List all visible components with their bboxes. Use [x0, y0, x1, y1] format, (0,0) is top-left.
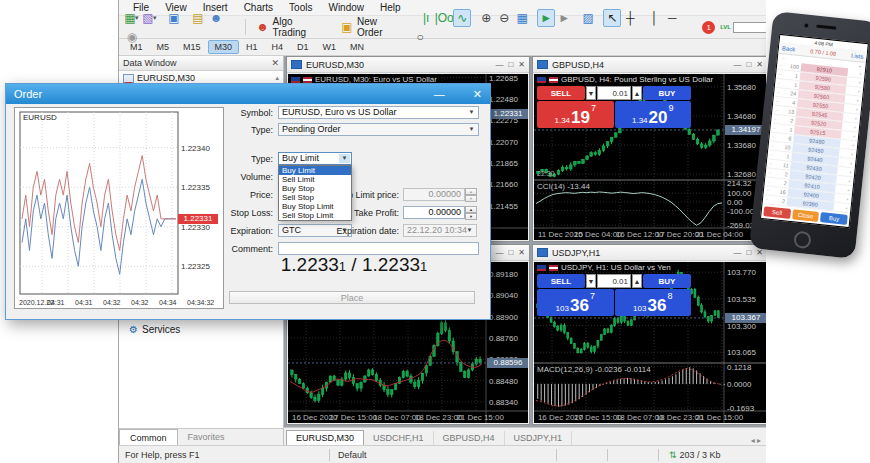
plus-icon[interactable]: + — [849, 141, 858, 150]
close-icon[interactable]: ✕ — [518, 60, 525, 69]
chevron-down-icon[interactable]: ▼ — [339, 154, 350, 163]
algo-trading-button[interactable]: ☻ Algo Trading — [250, 14, 334, 40]
menu-charts[interactable]: Charts — [236, 2, 281, 13]
close-icon[interactable]: ✕ — [756, 248, 763, 257]
minimize-icon[interactable]: — — [733, 60, 741, 69]
templates-icon[interactable]: ▨ — [579, 9, 597, 27]
phone-lists-button[interactable]: Lists — [851, 52, 864, 59]
option-buy-stop[interactable]: Buy Stop — [279, 184, 351, 193]
plus-icon[interactable]: + — [848, 150, 857, 159]
timeframe-w1[interactable]: W1 — [316, 40, 344, 54]
option-sell-stop-limit[interactable]: Sell Stop Limit — [279, 211, 351, 220]
order-kind-select[interactable]: Pending Order ▼ — [278, 123, 479, 136]
plus-icon[interactable]: + — [851, 123, 860, 132]
status-profile[interactable]: Default — [330, 450, 556, 460]
timeframe-h1[interactable]: H1 — [239, 40, 265, 54]
plus-icon[interactable]: + — [842, 203, 851, 212]
menu-help[interactable]: Help — [372, 2, 409, 13]
close-icon[interactable]: ✕ — [473, 84, 482, 104]
maximize-icon[interactable]: □ — [746, 60, 751, 69]
volume-field[interactable]: 0.01 — [597, 86, 631, 100]
expiration-date-select[interactable]: 22.12.20 10:34 ▼ — [403, 224, 477, 237]
timeframe-m15[interactable]: M15 — [176, 40, 208, 54]
minimize-icon[interactable]: — — [434, 84, 445, 104]
bar-chart-icon[interactable]: |ı — [417, 9, 435, 27]
close-icon[interactable]: ✕ — [271, 58, 279, 68]
auto-scroll-icon[interactable]: ► — [537, 9, 555, 27]
chart-canvas[interactable]: CCI(14) -13.44214.32100.000.00-100.00-26… — [534, 74, 766, 240]
chevron-down-icon[interactable]: ▼ — [466, 125, 477, 134]
sell-button[interactable]: SELL — [537, 86, 585, 100]
plus-icon[interactable]: + — [853, 96, 862, 105]
navigator-item-services[interactable]: ⚙ Services — [129, 324, 180, 335]
chart-shift-icon[interactable]: ► — [555, 9, 573, 27]
maximize-icon[interactable]: □ — [508, 248, 513, 257]
plus-icon[interactable]: + — [844, 186, 853, 195]
sell-price-box[interactable]: 1.34197 — [537, 101, 614, 128]
maximize-icon[interactable]: □ — [508, 60, 513, 69]
plus-icon[interactable]: + — [847, 159, 856, 168]
search-icon[interactable]: ○ — [411, 28, 429, 46]
volume-field[interactable]: 0.01 — [597, 274, 631, 288]
close-icon[interactable]: ✕ — [756, 60, 763, 69]
phone-home-button[interactable] — [793, 231, 812, 250]
tile-windows-icon[interactable]: ▦ — [513, 9, 531, 27]
chart-tab-gbpusd-h4[interactable]: GBPUSD,H4 — [434, 431, 505, 445]
place-order-button[interactable]: Place — [229, 291, 475, 304]
new-order-button[interactable]: ▣ New Order — [334, 14, 410, 40]
minimize-icon[interactable]: — — [733, 248, 741, 257]
timeframe-h4[interactable]: H4 — [265, 40, 291, 54]
volume-down-icon[interactable]: ▼ — [586, 86, 596, 100]
timeframe-m30[interactable]: M30 — [208, 40, 240, 54]
minimize-icon[interactable]: — — [495, 248, 503, 257]
symbol-select[interactable]: EURUSD, Euro vs US Dollar ▼ — [278, 106, 479, 119]
menu-window[interactable]: Window — [320, 2, 372, 13]
horizontal-line-icon[interactable]: ─ — [663, 9, 681, 27]
order-type-select[interactable]: Buy Limit ▼ — [278, 152, 352, 165]
chart-window-titlebar[interactable]: EURUSD,M30—□✕ — [287, 57, 529, 73]
line-chart-icon[interactable]: ∿ — [453, 9, 471, 27]
chart-tab-usdjpy-h1[interactable]: USDJPY,H1 — [505, 431, 572, 445]
timeframe-m1[interactable]: M1 — [123, 40, 150, 54]
option-buy-limit[interactable]: Buy Limit — [279, 166, 351, 175]
sell-price-box[interactable]: 103367 — [537, 289, 614, 316]
zoom-out-icon[interactable]: ⊖ — [495, 9, 513, 27]
toolbox-icon[interactable]: ☻ — [207, 9, 225, 27]
phone-buy-button[interactable]: Buy — [820, 212, 848, 225]
minimize-icon[interactable]: — — [495, 60, 503, 69]
volume-up-icon[interactable]: ▲ — [632, 274, 642, 288]
plus-icon[interactable]: + — [853, 105, 862, 114]
plus-icon[interactable]: + — [843, 194, 852, 203]
notification-badge[interactable]: 1 — [702, 21, 715, 34]
chart-tab-eurusd-m30[interactable]: EURUSD,M30 — [286, 430, 364, 445]
chevron-up-icon[interactable]: ▴ — [275, 74, 279, 82]
option-sell-stop[interactable]: Sell Stop — [279, 193, 351, 202]
tab-scroll-arrows[interactable]: ◂ ▸ — [751, 436, 767, 445]
plus-icon[interactable]: + — [850, 132, 859, 141]
sell-button[interactable]: SELL — [537, 274, 585, 288]
order-dialog-titlebar[interactable]: Order — ✕ — [6, 84, 490, 104]
timeframe-d1[interactable]: D1 — [290, 40, 316, 54]
option-buy-stop-limit[interactable]: Buy Stop Limit — [279, 202, 351, 211]
volume-up-icon[interactable]: ▲ — [632, 86, 642, 100]
plus-icon[interactable]: + — [852, 114, 861, 123]
new-chart-icon[interactable]: ▦▼ — [123, 9, 141, 27]
buy-price-box[interactable]: 1.34209 — [615, 101, 692, 128]
profiles-icon[interactable]: ▧▼ — [141, 9, 159, 27]
cursor-icon[interactable]: ↖ — [603, 9, 621, 27]
phone-sell-button[interactable]: Sell — [763, 206, 791, 219]
volume-down-icon[interactable]: ▼ — [586, 274, 596, 288]
chart-window-titlebar[interactable]: GBPUSD,H4—□✕ — [533, 57, 767, 73]
phone-close-button[interactable]: Close — [792, 209, 820, 222]
option-sell-limit[interactable]: Sell Limit — [279, 175, 351, 184]
plus-icon[interactable]: + — [854, 87, 863, 96]
plus-icon[interactable]: + — [856, 69, 865, 78]
chart-canvas[interactable]: MACD(12,26,9) -0.0236 -0.01140.12180.000… — [534, 262, 766, 423]
stop-limit-field[interactable]: 0.00000 — [403, 188, 465, 201]
history-center-icon[interactable]: ▤ — [189, 9, 207, 27]
take-profit-stepper[interactable]: ▲▼ — [465, 206, 477, 219]
zoom-in-icon[interactable]: ⊕ — [477, 9, 495, 27]
phone-back-button[interactable]: Back — [782, 45, 796, 52]
vertical-line-icon[interactable]: │ — [645, 9, 663, 27]
close-icon[interactable]: ✕ — [518, 248, 525, 257]
